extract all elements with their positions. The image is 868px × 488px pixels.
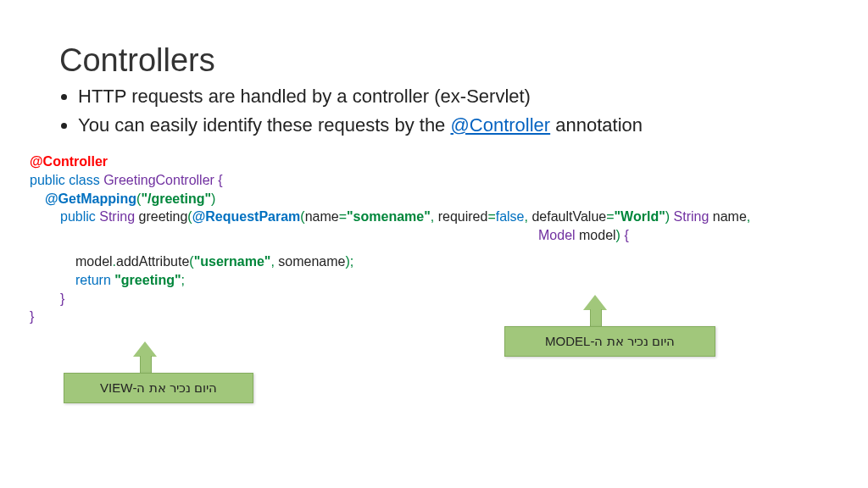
paren: ) [665, 209, 674, 224]
bullet-1: HTTP requests are handled by a controlle… [78, 84, 809, 109]
method-call: addAttribute [116, 254, 189, 269]
code-line-9: } [30, 308, 809, 326]
slide-body: Controllers HTTP requests are handled by… [0, 0, 868, 343]
code-line-2: public class GreetingController { [30, 171, 809, 190]
class-name: GreetingController [103, 173, 218, 187]
comma: , [431, 209, 438, 224]
param-name: model [579, 228, 616, 242]
arrow-stem [590, 309, 602, 326]
bullet-2-post: annotation [550, 114, 643, 136]
annotation-getmapping: @GetMapping [45, 191, 136, 206]
code-line-6: model.addAttribute("username", somename)… [30, 252, 809, 271]
controller-link[interactable]: @Controller [450, 114, 550, 136]
brace-open: { [218, 173, 222, 187]
brace-close: } [30, 309, 34, 324]
comma: , [270, 254, 278, 269]
kw-false: false [496, 209, 525, 224]
type-model: Model [538, 228, 579, 242]
equals: = [606, 209, 614, 224]
code-block: @Controller public class GreetingControl… [30, 152, 809, 325]
var-model: model [75, 254, 113, 269]
param-name: name [713, 209, 747, 224]
arrow-stem [140, 356, 152, 373]
code-line-3: @GetMapping("/greeting") [30, 190, 809, 208]
brace-open: { [624, 228, 628, 242]
slide-title: Controllers [59, 42, 809, 79]
arrow-up-icon [583, 295, 607, 310]
bullet-2-pre: You can easily identify these requests b… [78, 114, 450, 136]
brace-close: } [60, 291, 64, 306]
paren: ) [211, 191, 215, 206]
bullet-list: HTTP requests are handled by a controlle… [59, 84, 809, 137]
string-val: "username" [194, 254, 271, 269]
code-blank [30, 244, 809, 252]
string-val: "greeting" [114, 273, 181, 287]
string-val: "somename" [347, 209, 431, 224]
annotation-controller: @Controller [30, 154, 108, 169]
arg: somename [278, 254, 345, 269]
code-line-4: public String greeting(@RequestParam(nam… [30, 208, 809, 226]
kw-public: public [60, 209, 99, 224]
paren: ); [345, 254, 353, 269]
kw-public: public [30, 173, 69, 187]
type-string: String [674, 209, 713, 224]
comma: , [747, 209, 750, 224]
code-line-1: @Controller [30, 152, 809, 171]
kw-return: return [75, 273, 114, 287]
bullet-2: You can easily identify these requests b… [78, 113, 809, 138]
code-line-5: Model model) { [30, 226, 809, 245]
type-string: String [99, 209, 138, 224]
string-path: "/greeting" [141, 191, 211, 206]
arrow-up-icon [133, 341, 157, 357]
equals: = [487, 209, 495, 224]
code-line-8: } [30, 290, 809, 308]
annotation-requestparam: @RequestParam [192, 209, 301, 224]
equals: = [339, 209, 347, 224]
param-key: name [305, 209, 339, 224]
param-key: defaultValue [531, 209, 606, 224]
param-key: required [438, 209, 488, 224]
callout-view: היום נכיר את ה-VIEW [64, 373, 253, 403]
kw-class: class [69, 173, 103, 187]
method-name: greeting [139, 209, 188, 224]
paren: ) [616, 228, 625, 242]
semi: ; [181, 273, 185, 287]
string-val: "World" [615, 209, 665, 224]
callout-model: היום נכיר את ה-MODEL [504, 326, 715, 357]
code-line-7: return "greeting"; [30, 271, 809, 290]
